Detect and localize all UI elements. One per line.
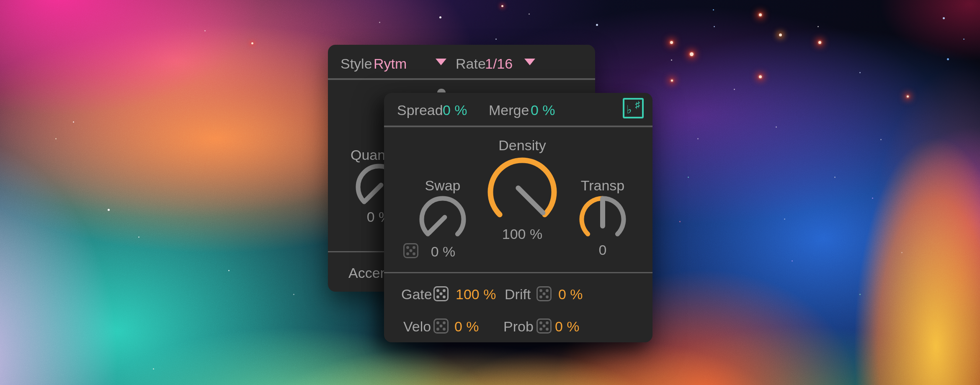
prob-dice-icon[interactable] [536, 318, 552, 334]
swap-label: Swap [401, 177, 485, 193]
section-divider [384, 272, 652, 273]
spread-value[interactable]: 0 % [443, 102, 467, 118]
drift-dice-icon[interactable] [536, 286, 552, 302]
header-divider [384, 126, 652, 127]
rate-dropdown-triangle-icon[interactable] [524, 59, 535, 65]
red-glow-star [501, 5, 503, 7]
style-value[interactable]: Rytm [374, 56, 407, 72]
density-value[interactable]: 100 % [480, 226, 564, 242]
transp-knob[interactable] [577, 193, 629, 245]
red-glow-star [251, 42, 253, 44]
transp-value[interactable]: 0 [561, 242, 645, 258]
sharp-glyph: ♯ [635, 100, 640, 110]
velo-dice-icon[interactable] [433, 318, 449, 334]
prob-label: Prob [503, 318, 534, 334]
red-glow-star [818, 41, 821, 44]
red-glow-star [671, 80, 673, 82]
red-glow-star [759, 75, 762, 78]
header-divider [328, 78, 595, 80]
style-dropdown-triangle-icon[interactable] [436, 59, 446, 65]
red-glow-star [670, 41, 673, 44]
gate-label: Gate [401, 286, 432, 302]
drift-label: Drift [505, 286, 531, 302]
merge-label: Merge [489, 102, 529, 118]
red-glow-star [690, 52, 694, 56]
velo-value[interactable]: 0 % [454, 318, 479, 334]
red-glow-star [907, 95, 909, 98]
screen: Style Rytm Rate 1/16 Quantize 0 % Accent… [0, 0, 980, 385]
prob-value[interactable]: 0 % [555, 318, 580, 334]
flat-glyph: ♭ [627, 104, 632, 116]
red-glow-star [759, 13, 762, 16]
density-knob[interactable] [484, 154, 561, 231]
merge-value[interactable]: 0 % [531, 102, 555, 118]
gate-value[interactable]: 100 % [456, 286, 496, 302]
velo-label: Velo [403, 318, 431, 334]
swap-knob[interactable] [417, 193, 469, 245]
transp-label: Transp [561, 177, 645, 193]
occluded-knob-top [437, 89, 446, 92]
gate-dice-icon[interactable] [433, 286, 449, 302]
density-label: Density [480, 137, 564, 153]
orange-glow-star [779, 33, 782, 36]
colored-stars [0, 0, 1, 1]
seed-transformer-panel: Spread 0 % Merge 0 % ♭ ♯ Swap 0 % Densit… [384, 93, 652, 342]
spread-label: Spread [397, 102, 443, 118]
rate-value[interactable]: 1/16 [485, 56, 513, 72]
style-label: Style [340, 56, 372, 72]
scale-awareness-icon[interactable]: ♭ ♯ [623, 98, 644, 118]
swap-value[interactable]: 0 % [401, 244, 485, 259]
rate-label: Rate [456, 56, 486, 72]
drift-value[interactable]: 0 % [558, 286, 583, 302]
